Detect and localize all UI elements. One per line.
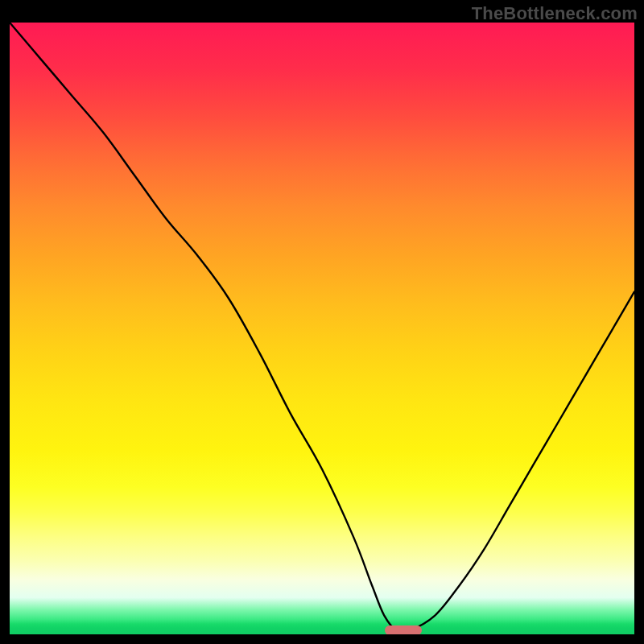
optimum-marker — [385, 625, 423, 634]
watermark-text: TheBottleneck.com — [472, 3, 638, 24]
plot-area — [10, 23, 634, 634]
bottleneck-curve — [10, 23, 634, 634]
chart-stage: TheBottleneck.com — [0, 0, 644, 644]
